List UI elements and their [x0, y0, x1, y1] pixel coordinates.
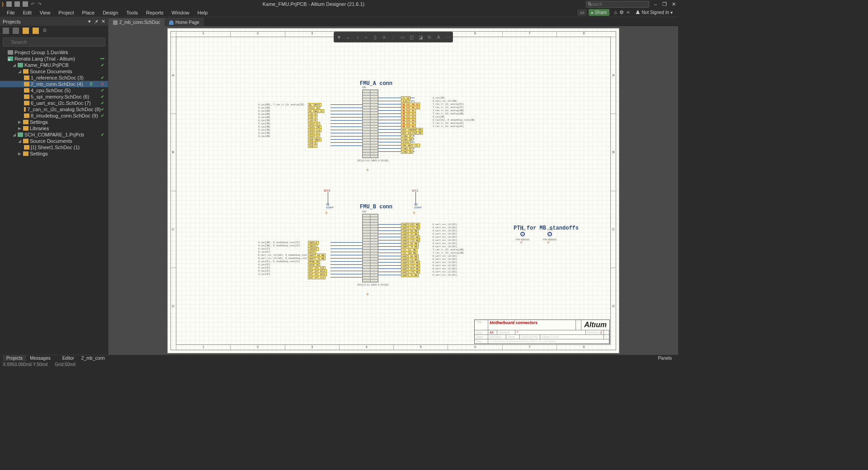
- home-icon[interactable]: ⌂: [612, 9, 618, 16]
- dist-h-icon[interactable]: ≡: [380, 33, 388, 41]
- gnd-symbol: [520, 241, 525, 244]
- tab-schematic[interactable]: 2_mb_conn.SchDoc: [108, 18, 165, 26]
- more-icon[interactable]: ⋯: [443, 33, 452, 41]
- menu-file[interactable]: File: [3, 9, 19, 16]
- tb-icon-4[interactable]: [33, 28, 39, 34]
- title-block: Title Motherboard connectors * Altıum Si…: [474, 320, 610, 344]
- align-left-icon[interactable]: ⫠: [344, 33, 352, 41]
- window-title: Kame_FMU.PrjPCB - Altium Designer (21.6.…: [42, 1, 585, 7]
- tb-icon-1[interactable]: [3, 28, 9, 34]
- menu-reports[interactable]: Reports: [142, 9, 168, 16]
- cap-c1: C1100nF: [326, 202, 334, 209]
- gear-icon[interactable]: ⚙︎: [42, 28, 47, 34]
- connector-cn1[interactable]: CN1 123456789101112131415161718192021222…: [362, 89, 378, 158]
- collapse-icon[interactable]: ◢: [17, 69, 22, 74]
- global-search-input[interactable]: [586, 1, 649, 8]
- panel-close-icon[interactable]: ✕: [101, 19, 105, 24]
- connector-cn2[interactable]: CN2 123456789101112131415161718192021222…: [362, 214, 378, 282]
- menu-edit[interactable]: Edit: [19, 9, 36, 16]
- open-icon[interactable]: [14, 1, 20, 7]
- gear-icon[interactable]: ⚙︎: [618, 9, 625, 16]
- editor-area: 2_mb_conn.SchDoc Home Page ▼ ⫠ ⫞ ⫟ ▯ ≡ ⋮…: [108, 17, 678, 355]
- dist-v-icon[interactable]: ⋮: [389, 33, 397, 41]
- new-icon[interactable]: [23, 1, 28, 7]
- tree-settings-2[interactable]: ▶Settings: [0, 150, 108, 157]
- collapse-icon[interactable]: ◢: [12, 132, 16, 137]
- tree-doc[interactable]: 7_can_rc_i2c_analog.SchDoc (8)✔: [0, 106, 108, 113]
- tree-group[interactable]: Project Group 1.DsnWrk: [0, 49, 108, 56]
- panels-button[interactable]: Panels: [654, 355, 675, 361]
- bottom-tab-messages[interactable]: Messages: [26, 355, 54, 361]
- tree-source-docs-1[interactable]: ◢Source Documents: [0, 68, 108, 75]
- tree-doc[interactable]: 5_spi_memory.SchDoc (6)✔: [0, 94, 108, 100]
- tb-icon-2[interactable]: [13, 28, 19, 34]
- projects-panel: Projects ▾ 📌︎ ✕ ⚙︎ Project Group 1.DsnWr…: [0, 17, 108, 355]
- group-icon[interactable]: ◫: [407, 33, 415, 41]
- bottom-tabs: Projects Messages Editor 2_mb_conn Panel…: [0, 355, 678, 361]
- tree-doc[interactable]: 1_reference.SchDoc (3)✔: [0, 75, 108, 81]
- project-search-input[interactable]: [3, 38, 105, 47]
- schematic-sheet[interactable]: 12345678 12345678 ABCD ABCD FMU_A conn C…: [167, 28, 619, 353]
- menu-design[interactable]: Design: [99, 9, 122, 16]
- align-right-icon[interactable]: ⫟: [362, 33, 370, 41]
- redo-icon[interactable]: ↷: [38, 1, 42, 7]
- maximize-icon[interactable]: ❐: [662, 1, 667, 7]
- expand-icon[interactable]: ▶: [17, 126, 22, 131]
- ungroup-icon[interactable]: ◪: [416, 33, 425, 41]
- doc-icon: [24, 101, 29, 105]
- align-top-icon[interactable]: ▯: [371, 33, 379, 41]
- tb-icon-3[interactable]: [23, 28, 29, 34]
- expand-icon[interactable]: ▶: [17, 151, 22, 156]
- workspace-icon: [8, 50, 13, 55]
- tree-doc-selected[interactable]: 2_mb_conn.SchDoc (4)📄︎⊘: [0, 81, 108, 87]
- minimize-icon[interactable]: –: [653, 1, 658, 7]
- tree-libraries[interactable]: ▶Libraries: [0, 125, 108, 132]
- expand-icon[interactable]: ▶: [17, 120, 22, 124]
- schematic-content[interactable]: FMU_A conn CN1 1234567891011121314151617…: [177, 38, 610, 344]
- align-center-icon[interactable]: ⫞: [353, 33, 361, 41]
- collapse-icon[interactable]: ◢: [17, 139, 22, 143]
- tab-home[interactable]: Home Page: [165, 18, 204, 26]
- schematic-canvas[interactable]: ▼ ⫠ ⫞ ⫟ ▯ ≡ ⋮ ▭ ◫ ◪ ↻ A ⋯ 12345678: [108, 26, 678, 355]
- rotate-icon[interactable]: ↻: [425, 33, 434, 41]
- undo-icon[interactable]: ↶: [31, 1, 35, 7]
- tree-user[interactable]: ●Renata Lang (Trial - Altium)•••: [0, 56, 108, 62]
- altium-logo: Altıum: [581, 320, 609, 330]
- tree-settings-1[interactable]: ▶Settings: [0, 119, 108, 125]
- menu-view[interactable]: View: [36, 9, 55, 16]
- bottom-doc-name[interactable]: 2_mb_conn: [78, 355, 108, 361]
- tree-doc[interactable]: 4_cpu.SchDoc (5)✔: [0, 87, 108, 94]
- refresh-icon[interactable]: ≈: [625, 9, 631, 16]
- panel-dropdown-icon[interactable]: ▾: [88, 19, 91, 24]
- menu-help[interactable]: Help: [193, 9, 212, 16]
- user-icon: 👤︎: [636, 10, 640, 15]
- chevron-down-icon: ▾: [670, 10, 673, 15]
- tree-project-2[interactable]: ◢SCH_COMPARE_1.PrjPcb✔: [0, 132, 108, 138]
- menu-project[interactable]: Project: [54, 9, 78, 16]
- tree-doc[interactable]: 6_uart_esc_i2c.SchDoc (7)✔: [0, 100, 108, 106]
- notification-button[interactable]: ▭: [577, 9, 587, 16]
- signin-button[interactable]: 👤︎ Not Signed In ▾: [633, 9, 675, 16]
- tree-doc[interactable]: 8_imudebug_conn.SchDoc (9)✔: [0, 113, 108, 119]
- doc-icon: [24, 94, 29, 99]
- align-bottom-icon[interactable]: ▭: [398, 33, 406, 41]
- menu-tools[interactable]: Tools: [122, 9, 142, 16]
- gnd-symbol: [326, 212, 330, 215]
- bottom-tab-projects[interactable]: Projects: [3, 355, 26, 361]
- chat-icon: ▭: [580, 10, 584, 15]
- collapse-icon[interactable]: ◢: [12, 63, 16, 67]
- tree-project-1[interactable]: ◢Kame_FMU.PrjPCB✔: [0, 62, 108, 68]
- more-icon[interactable]: •••: [100, 56, 106, 61]
- close-icon[interactable]: ✕: [671, 1, 676, 7]
- pin-icon[interactable]: 📌︎: [94, 19, 99, 24]
- menu-window[interactable]: Window: [168, 9, 193, 16]
- menu-place[interactable]: Place: [78, 9, 99, 16]
- tree-doc[interactable]: [1] Sheet1.SchDoc (1): [0, 144, 108, 150]
- share-button[interactable]: ▸Share: [589, 9, 610, 16]
- doc-icon: [24, 82, 29, 86]
- save-icon[interactable]: [6, 1, 12, 7]
- status-bar: X:8950.000mil Y:50mil Grid:50mil: [0, 361, 678, 367]
- text-icon[interactable]: A: [434, 33, 443, 41]
- filter-icon[interactable]: ▼: [335, 33, 343, 41]
- tree-source-docs-2[interactable]: ◢Source Documents: [0, 138, 108, 144]
